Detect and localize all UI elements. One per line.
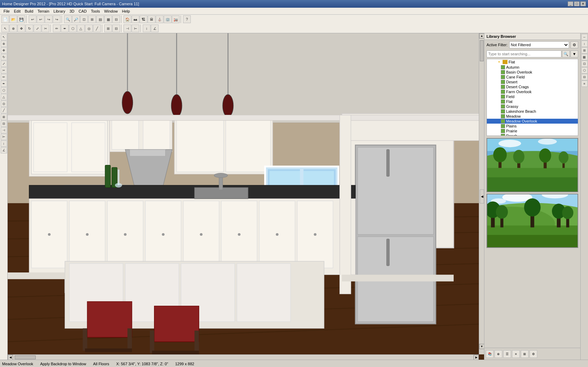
redo2-button[interactable]: ↪ bbox=[53, 15, 61, 23]
left-btn-1[interactable]: ↖ bbox=[1, 34, 7, 40]
left-btn-18[interactable]: ∠ bbox=[1, 147, 7, 153]
tree-item-desert[interactable]: Desert bbox=[487, 79, 578, 84]
maximize-button[interactable]: □ bbox=[574, 1, 580, 6]
snap2-button[interactable]: ⊟ bbox=[112, 25, 120, 32]
zoom-in-button[interactable]: 🔍 bbox=[64, 15, 72, 23]
close-button[interactable]: ✕ bbox=[580, 1, 586, 6]
draw3-button[interactable]: ⬡ bbox=[69, 25, 77, 32]
left-btn-17[interactable]: ↕ bbox=[1, 140, 7, 147]
draw1-button[interactable]: ✏ bbox=[53, 25, 61, 32]
view3-button[interactable]: ▦ bbox=[104, 15, 112, 23]
tree-item-field[interactable]: Field bbox=[487, 94, 578, 99]
open-button[interactable]: 📂 bbox=[9, 15, 17, 23]
tree-item-meadow-overlook[interactable]: Meadow Overlook bbox=[487, 119, 578, 124]
help-button[interactable]: ? bbox=[183, 15, 191, 23]
tree-item-flat-folder[interactable]: ▼ Flat bbox=[487, 59, 578, 65]
left-btn-2[interactable]: ⊕ bbox=[1, 41, 7, 47]
tree-item-desert-crags[interactable]: Desert Crags bbox=[487, 84, 578, 89]
new-button[interactable]: 📄 bbox=[1, 15, 9, 23]
left-btn-4[interactable]: ↻ bbox=[1, 54, 7, 60]
menu-cad[interactable]: CAD bbox=[76, 8, 89, 14]
menu-edit[interactable]: Edit bbox=[12, 8, 23, 14]
select-button[interactable]: ↖ bbox=[1, 25, 9, 32]
left-btn-12[interactable]: ╱ bbox=[1, 107, 7, 113]
tree-item-grassy[interactable]: Grassy bbox=[487, 104, 578, 109]
filter-settings-button[interactable]: ⚙ bbox=[570, 41, 578, 48]
menu-build[interactable]: Build bbox=[23, 8, 35, 14]
lib-catalog-btn[interactable]: 📚 bbox=[486, 350, 493, 358]
vscroll-down-arrow[interactable]: ▼ bbox=[479, 344, 484, 349]
select2-button[interactable]: ⊕ bbox=[9, 25, 17, 32]
save-button[interactable]: 💾 bbox=[18, 15, 25, 23]
vscroll-up-arrow[interactable]: ▲ bbox=[479, 33, 484, 39]
hscroll-thumb[interactable] bbox=[15, 355, 36, 359]
draw6-button[interactable]: ╱ bbox=[93, 25, 101, 32]
move-button[interactable]: ✥ bbox=[18, 25, 25, 32]
left-btn-8[interactable]: ✒ bbox=[1, 81, 7, 87]
viewport-hscrollbar[interactable]: ◀ ▶ bbox=[8, 354, 479, 360]
lib-details-btn[interactable]: ☰ bbox=[503, 350, 511, 358]
far-right-btn-7[interactable]: ⊟ bbox=[581, 74, 588, 80]
tree-item-meadow[interactable]: Meadow bbox=[487, 114, 578, 119]
view1-button[interactable]: ⊞ bbox=[88, 15, 96, 23]
fit-button[interactable]: ⊡ bbox=[80, 15, 88, 23]
align2-button[interactable]: ⊢ bbox=[132, 25, 139, 32]
delete-button[interactable]: ✂ bbox=[42, 25, 49, 32]
left-btn-13[interactable]: ⊞ bbox=[1, 114, 7, 120]
scale-button[interactable]: ⤢ bbox=[34, 25, 41, 32]
lib-settings-btn[interactable]: ⚙ bbox=[530, 350, 537, 358]
lib-thumbnails-btn[interactable]: ⊞ bbox=[521, 350, 528, 358]
tree-item-plains[interactable]: Plains bbox=[487, 124, 578, 129]
left-btn-7[interactable]: ✏ bbox=[1, 74, 7, 80]
left-btn-3[interactable]: ✥ bbox=[1, 47, 7, 54]
cam1-button[interactable]: 🏠 bbox=[124, 15, 131, 23]
lib-list-btn[interactable]: ≡ bbox=[512, 350, 520, 358]
menu-tools[interactable]: Tools bbox=[89, 8, 102, 14]
left-btn-6[interactable]: ✂ bbox=[1, 67, 7, 74]
menu-help[interactable]: Help bbox=[120, 8, 132, 14]
cam5-button[interactable]: ⛪ bbox=[156, 15, 163, 23]
left-btn-14[interactable]: ⊟ bbox=[1, 120, 7, 127]
view2-button[interactable]: ▤ bbox=[96, 15, 104, 23]
tree-item-flat[interactable]: Flat bbox=[487, 99, 578, 104]
left-btn-16[interactable]: ⊢ bbox=[1, 134, 7, 140]
tree-item-basin-overlook[interactable]: Basin Overlook bbox=[487, 70, 578, 75]
rotate-button[interactable]: ↻ bbox=[26, 25, 33, 32]
cam3-button[interactable]: 🏗 bbox=[140, 15, 147, 23]
redo-button[interactable]: ↪ bbox=[45, 15, 52, 23]
far-right-btn-8[interactable]: ≡ bbox=[581, 81, 588, 87]
left-btn-11[interactable]: ◎ bbox=[1, 101, 7, 107]
cam2-button[interactable]: 🏘 bbox=[132, 15, 139, 23]
far-right-btn-1[interactable]: ↔ bbox=[581, 34, 588, 40]
tree-item-autumn[interactable]: Autumn bbox=[487, 65, 578, 70]
search-input[interactable] bbox=[486, 50, 561, 57]
filter-dropdown[interactable]: Not Filtered bbox=[509, 41, 569, 48]
hscroll-right-arrow[interactable]: ▶ bbox=[474, 355, 479, 360]
zoom-out-button[interactable]: 🔎 bbox=[72, 15, 80, 23]
left-btn-10[interactable]: △ bbox=[1, 94, 7, 100]
tree-item-prairie[interactable]: Prairie bbox=[487, 129, 578, 133]
menu-window[interactable]: Window bbox=[102, 8, 120, 14]
left-btn-9[interactable]: ⬡ bbox=[1, 87, 7, 94]
snap1-button[interactable]: ⊞ bbox=[104, 25, 112, 32]
vscroll-thumb[interactable] bbox=[480, 40, 484, 61]
viewport[interactable]: ◀ ◀ ▶ ▲ ▼ bbox=[8, 33, 484, 360]
cam6-button[interactable]: 🏢 bbox=[164, 15, 172, 23]
menu-terrain[interactable]: Terrain bbox=[35, 8, 51, 14]
menu-file[interactable]: File bbox=[1, 8, 12, 14]
far-right-btn-4[interactable]: ▦ bbox=[581, 54, 588, 60]
minimize-button[interactable]: _ bbox=[568, 1, 573, 6]
library-tree-view[interactable]: ▼ Flat Autumn Basin Overlook bbox=[486, 59, 578, 136]
cam7-button[interactable]: 🏣 bbox=[172, 15, 180, 23]
tree-item-farm-overlook[interactable]: Farm Overlook bbox=[487, 89, 578, 94]
menu-3d[interactable]: 3D bbox=[67, 8, 76, 14]
tree-item-cane-field[interactable]: Cane Field bbox=[487, 75, 578, 79]
draw2-button[interactable]: ✒ bbox=[61, 25, 69, 32]
preview-thumbnail-2[interactable] bbox=[486, 194, 578, 248]
panel-collapse-btn[interactable]: ◀ bbox=[480, 189, 484, 203]
lib-symbol-btn[interactable]: ⊕ bbox=[495, 350, 502, 358]
draw4-button[interactable]: △ bbox=[77, 25, 85, 32]
hscroll-left-arrow[interactable]: ◀ bbox=[8, 355, 13, 360]
far-right-btn-2[interactable]: ↕ bbox=[581, 41, 588, 47]
tree-item-ranch[interactable]: Ranch bbox=[487, 133, 578, 136]
